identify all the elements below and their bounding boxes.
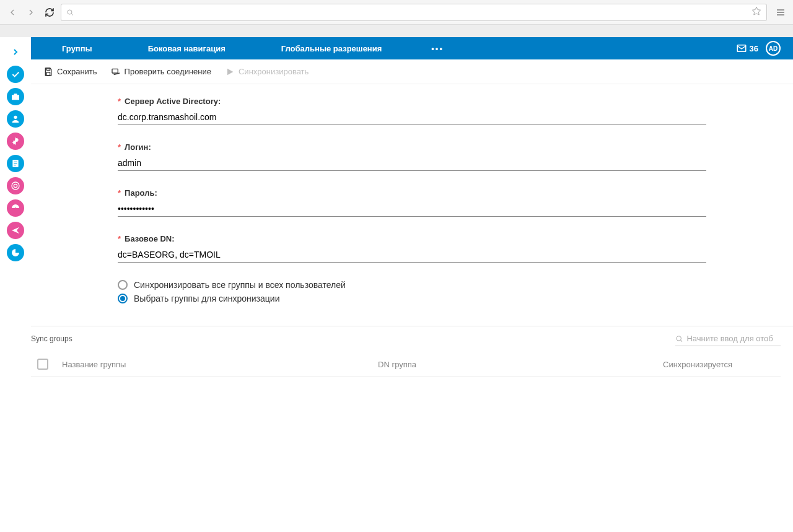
radio-select-groups-label: Выбрать группы для синхронизации (134, 294, 279, 303)
mail-icon (736, 43, 747, 54)
sync-groups-title: Sync groups (31, 334, 72, 343)
search-icon (675, 334, 683, 343)
svg-rect-5 (12, 95, 19, 100)
nav-forward-button (24, 5, 38, 20)
mail-badge[interactable]: 36 (736, 43, 758, 54)
sync-search-box[interactable] (675, 331, 781, 346)
svg-point-14 (14, 184, 17, 187)
sidebar-item-dashboard[interactable] (7, 199, 24, 217)
svg-point-20 (677, 336, 681, 340)
tab-groups[interactable]: Группы (62, 44, 92, 53)
sidebar-item-chart[interactable] (7, 244, 24, 261)
svg-point-15 (15, 207, 16, 209)
svg-marker-1 (752, 7, 760, 15)
server-input[interactable] (118, 110, 706, 125)
app-container: Группы Боковая навигация Глобальные разр… (0, 37, 793, 532)
field-password: * Пароль: (118, 188, 706, 217)
tab-side-navigation[interactable]: Боковая навигация (148, 44, 226, 53)
password-input[interactable] (118, 201, 706, 217)
url-bar[interactable] (61, 4, 767, 21)
radio-icon-checked (118, 294, 128, 303)
sidebar-collapse-toggle[interactable] (7, 43, 24, 61)
svg-rect-18 (46, 72, 50, 75)
field-login: * Логин: (118, 142, 706, 171)
play-icon (225, 67, 235, 77)
user-avatar[interactable]: AD (766, 41, 781, 56)
required-star-icon: * (118, 97, 121, 106)
required-star-icon: * (118, 142, 121, 152)
svg-point-7 (14, 116, 17, 119)
form-area: * Сервер Active Directory: * Логин: * Па… (31, 84, 793, 326)
col-group-name: Название группы (62, 360, 378, 369)
radio-sync-all-label: Синхронизировать все группы и всех польз… (134, 280, 346, 290)
nav-back-button (5, 5, 20, 20)
save-icon (43, 67, 53, 77)
login-label: Логин: (125, 142, 151, 152)
svg-rect-17 (46, 68, 50, 70)
sync-search-input[interactable] (686, 334, 781, 343)
browser-menu-button[interactable] (773, 5, 788, 20)
toolbar: Сохранить Проверить соединение Синхрониз… (31, 59, 793, 84)
field-basedn: * Базовое DN: (118, 234, 706, 263)
save-button[interactable]: Сохранить (43, 67, 97, 77)
basedn-label: Базовое DN: (125, 234, 175, 243)
tab-more[interactable]: ••• (431, 44, 444, 53)
select-all-checkbox[interactable] (37, 359, 48, 370)
nav-reload-button[interactable] (42, 5, 57, 20)
col-dn-group: DN группа (378, 360, 663, 369)
browser-chrome (0, 0, 793, 25)
sync-groups-section: Sync groups Название группы DN группа Си… (31, 326, 793, 377)
sidebar-item-briefcase[interactable] (7, 88, 24, 105)
password-label: Пароль: (125, 188, 157, 198)
sidebar-item-document[interactable] (7, 155, 24, 172)
radio-icon (118, 280, 128, 290)
sidebar (0, 37, 31, 532)
login-input[interactable] (118, 155, 706, 171)
radio-sync-all[interactable]: Синхронизировать все группы и всех польз… (118, 280, 793, 290)
svg-point-0 (68, 10, 72, 14)
svg-point-13 (12, 182, 19, 190)
synchronize-label: Синхронизировать (239, 67, 309, 76)
sidebar-item-gear[interactable] (7, 133, 24, 150)
connection-icon (111, 67, 121, 77)
svg-rect-19 (112, 69, 118, 73)
test-connection-label: Проверить соединение (125, 67, 211, 76)
sidebar-item-send[interactable] (7, 222, 24, 239)
sidebar-item-lifebuoy[interactable] (7, 177, 24, 194)
test-connection-button[interactable]: Проверить соединение (111, 67, 211, 77)
required-star-icon: * (118, 234, 121, 243)
bookmark-star-icon[interactable] (751, 6, 761, 18)
col-synchronizing: Синхронизируется (663, 360, 774, 369)
server-label: Сервер Active Directory: (125, 97, 221, 106)
radio-select-groups[interactable]: Выбрать группы для синхронизации (118, 294, 793, 303)
sidebar-item-user[interactable] (7, 110, 24, 128)
top-nav: Группы Боковая навигация Глобальные разр… (31, 37, 793, 59)
sync-mode-radio-group: Синхронизировать все группы и всех польз… (118, 280, 793, 303)
save-label: Сохранить (57, 67, 97, 76)
svg-rect-6 (14, 94, 17, 95)
sidebar-item-check[interactable] (7, 66, 24, 83)
chrome-spacer (0, 25, 793, 37)
content-area: Группы Боковая навигация Глобальные разр… (31, 37, 793, 532)
synchronize-button: Синхронизировать (225, 67, 309, 77)
required-star-icon: * (118, 188, 121, 198)
mail-count: 36 (750, 44, 758, 53)
field-server: * Сервер Active Directory: (118, 97, 706, 125)
sync-table-header: Название группы DN группа Синхронизирует… (31, 346, 781, 377)
basedn-input[interactable] (118, 247, 706, 263)
url-input[interactable] (77, 7, 748, 17)
tab-global-permissions[interactable]: Глобальные разрешения (281, 44, 382, 53)
